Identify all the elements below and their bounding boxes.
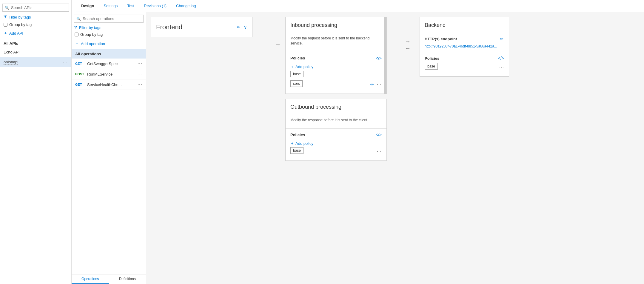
tab-revisions[interactable]: Revisions (1)	[139, 0, 171, 12]
outbound-add-policy-plus-icon: ＋	[290, 141, 294, 146]
backend-endpoint-section: HTTP(s) endpoint ✏ http://93a9208f-70a1-…	[420, 32, 509, 52]
operation-item-runmlservice[interactable]: POST RunMLService ···	[72, 69, 146, 79]
frontend-header-actions: ✏ ∨	[236, 24, 247, 30]
ops-groupby-label: Group by tag	[80, 32, 103, 37]
frontend-expand-button[interactable]: ∨	[243, 24, 247, 30]
filter-label: Filter by tags	[9, 15, 31, 19]
ops-bottom-tabs: Operations Definitions	[72, 274, 146, 284]
tab-settings[interactable]: Settings	[99, 0, 122, 12]
op-name-servicehealthche: ServiceHealthChe...	[87, 82, 138, 87]
backend-code-icon[interactable]: </>	[498, 56, 504, 61]
inbound-scrollbar[interactable]	[384, 17, 386, 94]
backend-url[interactable]: http://93a9208f-70a1-46df-8851-5a86a442a…	[425, 44, 504, 48]
api-name-echo: Echo API	[4, 50, 19, 54]
groupby-label: Group by tag	[9, 22, 32, 27]
sidebar-search-container: 🔍	[2, 4, 69, 12]
ops-tab-operations[interactable]: Operations	[72, 274, 109, 284]
ops-filter-label: Filter by tags	[79, 25, 101, 30]
tab-bar: Design Settings Test Revisions (1) Chang…	[72, 0, 644, 12]
frontend-edit-button[interactable]: ✏	[236, 24, 241, 30]
add-api-button[interactable]: ＋ Add API	[0, 28, 71, 38]
groupby-checkbox[interactable]	[4, 23, 7, 27]
api-item-echo[interactable]: Echo API ···	[0, 47, 71, 57]
inbound-add-policy-button[interactable]: ＋ Add policy	[290, 63, 382, 71]
inbound-description: Modify the request before it is sent to …	[290, 36, 382, 46]
op-name-getswaggerspec: GetSwaggerSpec	[87, 62, 138, 66]
sidebar-filter-button[interactable]: ⧩ Filter by tags	[0, 13, 71, 21]
op-more-runmlservice[interactable]: ···	[138, 71, 142, 77]
inbound-policy-base-tag[interactable]: base	[290, 71, 303, 77]
sidebar: 🔍 ⧩ Filter by tags Group by tag ＋ Add AP…	[0, 0, 72, 284]
ops-groupby-checkbox[interactable]	[75, 33, 78, 36]
right-arrow-icon-2: →	[405, 38, 420, 45]
sidebar-groupby: Group by tag	[0, 21, 71, 28]
frontend-title: Frontend	[156, 23, 182, 31]
content-area: 🔍 ⧩ Filter by tags Group by tag ＋ Add op…	[72, 12, 644, 284]
api-item-onionapi[interactable]: onionapi ···	[0, 57, 71, 67]
outbound-base-more-btn[interactable]: ···	[377, 149, 382, 154]
add-api-label: Add API	[9, 31, 23, 36]
outbound-header: Outbound processing	[286, 99, 386, 114]
filter-icon: ⧩	[4, 15, 7, 19]
backend-endpoint-edit-button[interactable]: ✏	[499, 36, 504, 42]
backend-header: Backend	[420, 17, 509, 32]
inbound-add-policy-label: Add policy	[295, 65, 313, 69]
inbound-outbound-column: Inbound processing Modify the request be…	[285, 17, 387, 161]
frontend-wrapper: Frontend ✏ ∨ →	[151, 17, 285, 48]
backend-endpoint-label: HTTP(s) endpoint	[425, 37, 457, 41]
search-apis-input[interactable]	[2, 4, 69, 12]
search-operations-input[interactable]	[74, 15, 144, 23]
plus-icon: ＋	[4, 30, 7, 36]
backend-wrapper: Backend HTTP(s) endpoint ✏ http://93a920…	[420, 17, 527, 77]
op-name-runmlservice: RunMLService	[87, 72, 138, 76]
inbound-cors-more-btn[interactable]: ···	[377, 82, 382, 87]
ops-filter-icon: ⧩	[74, 25, 77, 30]
inbound-header: Inbound processing	[286, 17, 386, 32]
op-more-servicehealthche[interactable]: ···	[138, 82, 142, 87]
inbound-policies-label: Policies	[290, 56, 305, 60]
backend-policy-base-tag[interactable]: base	[425, 63, 438, 70]
outbound-policy-base-tag[interactable]: base	[290, 147, 303, 154]
all-apis-label: All APIs	[0, 38, 71, 47]
echo-more-button[interactable]: ···	[63, 49, 68, 55]
onionapi-more-button[interactable]: ···	[63, 59, 68, 65]
operation-item-servicehealthche[interactable]: GET ServiceHealthChe... ···	[72, 79, 146, 90]
outbound-description-section: Modify the response before it is sent to…	[286, 114, 386, 129]
frontend-panel: Frontend ✏ ∨	[151, 17, 252, 37]
outbound-policies-header: Policies </>	[290, 132, 382, 137]
outbound-add-policy-button[interactable]: ＋ Add policy	[290, 139, 382, 147]
cors-edit-button[interactable]: ✏	[370, 82, 375, 87]
backend-title: Backend	[425, 22, 446, 28]
backend-policies-section: Policies </> base ···	[420, 52, 509, 76]
operation-item-getswaggerspec[interactable]: GET GetSwaggerSpec ···	[72, 59, 146, 69]
tab-design[interactable]: Design	[76, 0, 99, 12]
api-name-onionapi: onionapi	[4, 60, 18, 65]
ops-filter-button[interactable]: ⧩ Filter by tags	[72, 24, 146, 31]
inbound-policy-row-cors: cors ✏ ···	[290, 80, 382, 89]
ops-search-container: 🔍	[74, 15, 144, 23]
op-method-post-1: POST	[75, 72, 86, 76]
op-more-getswaggerspec[interactable]: ···	[138, 61, 142, 66]
inbound-base-more-btn[interactable]: ···	[377, 72, 382, 78]
inbound-outbound-wrapper: Inbound processing Modify the request be…	[285, 17, 420, 161]
outbound-panel: Outbound processing Modify the response …	[285, 99, 387, 161]
inbound-policies-header: Policies </>	[290, 56, 382, 61]
tab-changelog[interactable]: Change log	[171, 0, 201, 12]
outbound-policy-row-base: base ···	[290, 147, 382, 156]
backend-base-more-btn[interactable]: ···	[499, 65, 504, 70]
backend-panel: Backend HTTP(s) endpoint ✏ http://93a920…	[420, 17, 509, 77]
inbound-code-icon[interactable]: </>	[376, 56, 382, 61]
backend-endpoint-header: HTTP(s) endpoint ✏	[425, 36, 504, 42]
tab-test[interactable]: Test	[122, 0, 139, 12]
add-operation-button[interactable]: ＋ Add operation	[72, 38, 146, 49]
ops-tab-definitions[interactable]: Definitions	[109, 274, 146, 284]
all-operations-item[interactable]: All operations	[72, 49, 146, 59]
inbound-policy-cors-tag[interactable]: cors	[290, 80, 303, 87]
add-operation-plus-icon: ＋	[75, 41, 79, 46]
backend-policies-label: Policies	[425, 56, 439, 61]
search-icon: 🔍	[5, 6, 9, 10]
outbound-description: Modify the response before it is sent to…	[290, 118, 382, 123]
outbound-code-icon[interactable]: </>	[376, 132, 382, 137]
op-method-get-1: GET	[75, 62, 86, 65]
operations-panel: 🔍 ⧩ Filter by tags Group by tag ＋ Add op…	[72, 12, 146, 284]
